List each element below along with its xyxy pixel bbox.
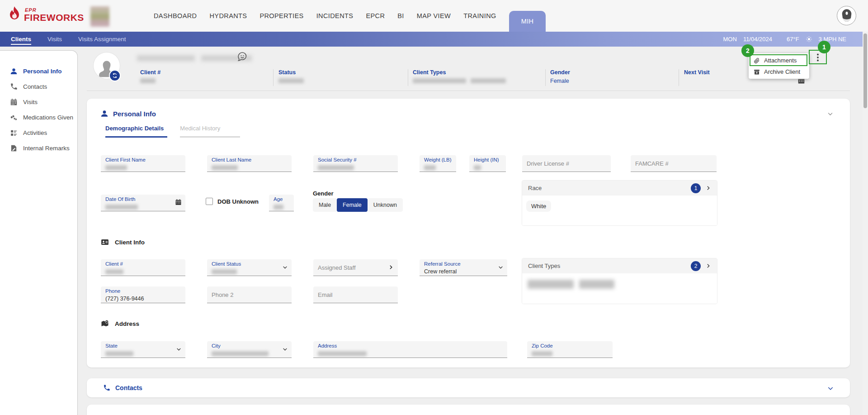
- tab-hydrants[interactable]: HYDRANTS: [209, 12, 247, 19]
- chevron-down-icon[interactable]: [827, 110, 834, 117]
- sidebar-item-medications-given[interactable]: Medications Given: [0, 110, 77, 125]
- subnav-clients-label: Clients: [11, 36, 31, 45]
- tab-properties[interactable]: PROPERTIES: [259, 12, 303, 19]
- gender-option-female[interactable]: Female: [337, 198, 368, 212]
- subnav-item-clients[interactable]: Clients: [11, 36, 31, 43]
- vertical-scrollbar[interactable]: [863, 32, 868, 415]
- race-count-badge: 1: [691, 183, 701, 193]
- date-of-birth-field[interactable]: Date Of Birth: [101, 195, 185, 211]
- sidebar-item-contacts[interactable]: Contacts: [0, 79, 77, 94]
- state-select[interactable]: State: [101, 341, 185, 358]
- calendar-icon[interactable]: [175, 199, 182, 205]
- driver-license-field[interactable]: Driver License #: [522, 155, 611, 172]
- client-types-panel: Client Types 2: [522, 258, 717, 304]
- redacted-value: [471, 78, 506, 83]
- tab-dashboard[interactable]: DASHBOARD: [154, 12, 197, 19]
- weight-field[interactable]: Weight (LB): [420, 155, 456, 172]
- chevron-down-icon[interactable]: [282, 346, 288, 352]
- client-first-name-field[interactable]: Client First Name: [101, 155, 185, 172]
- redacted-value: [212, 165, 238, 170]
- chevron-down-icon[interactable]: [176, 346, 182, 352]
- chevron-right-icon[interactable]: [705, 263, 711, 269]
- divider: [679, 69, 679, 86]
- race-panel-header[interactable]: Race 1: [522, 181, 717, 196]
- address-field[interactable]: Address: [313, 341, 507, 358]
- subnav-items: Clients Visits Visits Assignment: [11, 32, 126, 47]
- archive-icon: [754, 69, 760, 75]
- subnav-item-visits-assignment[interactable]: Visits Assignment: [78, 36, 126, 43]
- assigned-staff-field[interactable]: Assigned Staff: [313, 259, 398, 276]
- sidebar-item-activities[interactable]: Activities: [0, 125, 77, 140]
- app-logo[interactable]: EPR FIREWORKS: [7, 5, 84, 24]
- subnav-item-visits[interactable]: Visits: [47, 36, 62, 43]
- email-field[interactable]: Email: [313, 286, 398, 303]
- sidebar-label: Visits: [23, 99, 38, 105]
- phone2-field[interactable]: Phone 2: [207, 286, 292, 303]
- phone-field[interactable]: Phone (727) 376-9446: [101, 286, 185, 303]
- menu-item-attachments[interactable]: Attachments: [749, 55, 809, 66]
- city-select[interactable]: City: [207, 341, 292, 358]
- redacted-chip: [579, 280, 614, 289]
- divider: [273, 69, 274, 86]
- chevron-down-icon[interactable]: [498, 264, 504, 270]
- social-security-field[interactable]: Social Security #: [313, 155, 398, 172]
- tab-medical-history[interactable]: Medical History: [180, 125, 240, 138]
- waze-navigation-icon[interactable]: [237, 51, 248, 62]
- redacted-chip: [528, 280, 574, 289]
- scrollbar-thumb[interactable]: [863, 33, 867, 108]
- redacted-value: [532, 351, 552, 356]
- menu-item-archive-client[interactable]: Archive Client: [749, 66, 809, 77]
- chevron-down-icon[interactable]: [827, 385, 834, 391]
- divider: [545, 69, 546, 86]
- user-avatar[interactable]: [837, 6, 856, 25]
- chevron-right-icon[interactable]: [388, 264, 394, 270]
- client-number-field[interactable]: Client #: [101, 259, 185, 276]
- divider: [408, 69, 408, 86]
- temperature-label: 67°F: [787, 36, 799, 43]
- client-last-name-field[interactable]: Client Last Name: [207, 155, 292, 172]
- sync-badge[interactable]: [110, 71, 120, 81]
- contacts-card[interactable]: Contacts: [87, 378, 850, 397]
- app-window: EPR FIREWORKS DASHBOARD HYDRANTS PROPERT…: [0, 0, 868, 415]
- redacted-thumbnail: [90, 6, 109, 27]
- divider: [87, 91, 850, 91]
- context-menu: Attachments Archive Client: [749, 53, 809, 79]
- dob-unknown-checkbox-row[interactable]: DOB Unknown: [206, 198, 259, 205]
- client-types-panel-header[interactable]: Client Types 2: [522, 258, 717, 273]
- famcare-field[interactable]: FAMCARE #: [631, 155, 717, 172]
- sidebar-item-visits[interactable]: Visits: [0, 94, 77, 110]
- field-label: Zip Code: [532, 343, 608, 348]
- field-label: Client #: [105, 261, 181, 267]
- header-col-client-types: Client Types: [413, 69, 539, 84]
- chevron-down-icon[interactable]: [282, 264, 288, 270]
- weekday-label: MON: [723, 36, 737, 43]
- height-field[interactable]: Height (IN): [469, 155, 506, 172]
- tab-epcr[interactable]: EPCR: [366, 12, 385, 19]
- chevron-right-icon[interactable]: [705, 185, 711, 191]
- dob-unknown-checkbox[interactable]: [206, 198, 213, 205]
- tab-incidents[interactable]: INCIDENTS: [316, 12, 354, 19]
- field-label: Email: [318, 291, 333, 298]
- date-label: 11/04/2024: [743, 36, 772, 43]
- tab-bi[interactable]: BI: [397, 12, 404, 19]
- field-label: Driver License #: [527, 160, 569, 167]
- tab-training[interactable]: TRAINING: [463, 12, 496, 19]
- field-label: Phone 2: [212, 291, 233, 298]
- annotation-number: 2: [746, 47, 750, 54]
- client-status-select[interactable]: Client Status: [207, 259, 292, 276]
- contact-card-icon: [101, 238, 109, 246]
- kebab-menu-icon[interactable]: [812, 52, 823, 63]
- age-field[interactable]: Age: [269, 195, 294, 211]
- field-label: Age: [274, 196, 289, 202]
- gender-option-male[interactable]: Male: [313, 198, 337, 212]
- tab-demographic-details[interactable]: Demographic Details: [105, 125, 167, 138]
- tab-mih-active[interactable]: MIH: [509, 11, 546, 32]
- referral-source-select[interactable]: Referral Source Crew referral: [420, 259, 507, 276]
- sidebar-item-internal-remarks[interactable]: Internal Remarks: [0, 140, 77, 156]
- sidebar-item-personal-info[interactable]: Personal Info: [0, 63, 77, 79]
- tab-map-view[interactable]: MAP VIEW: [417, 12, 451, 19]
- gender-form-label: Gender: [313, 190, 334, 197]
- gender-option-unknown[interactable]: Unknown: [368, 198, 403, 212]
- zip-code-field[interactable]: Zip Code: [527, 341, 613, 358]
- sidebar-label: Contacts: [23, 83, 47, 90]
